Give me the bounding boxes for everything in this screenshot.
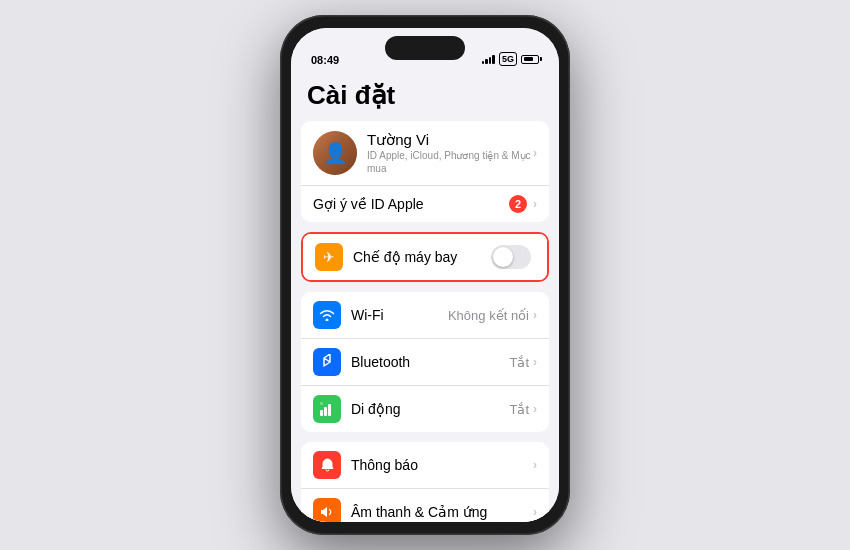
- svg-rect-2: [328, 404, 331, 416]
- svg-rect-1: [324, 407, 327, 416]
- network-badge: 5G: [499, 52, 517, 66]
- apple-id-suggestion-row[interactable]: Gợi ý về ID Apple 2 ›: [301, 185, 549, 222]
- page-title: Cài đặt: [291, 72, 559, 121]
- airplane-toggle[interactable]: [491, 245, 531, 269]
- signal-icon: [482, 54, 495, 64]
- apple-id-badge: 2: [509, 195, 527, 213]
- sounds-label: Âm thanh & Cảm ứng: [351, 504, 533, 520]
- wifi-chevron: ›: [533, 308, 537, 322]
- cellular-detail: Tắt: [509, 402, 529, 417]
- profile-info: Tường Vi ID Apple, iCloud, Phương tiện &…: [367, 131, 533, 175]
- apple-id-suggestion-label: Gợi ý về ID Apple: [313, 196, 509, 212]
- svg-rect-3: [320, 402, 323, 405]
- sound-icon: [313, 498, 341, 522]
- bluetooth-icon: [313, 348, 341, 376]
- airplane-label: Chế độ máy bay: [353, 249, 491, 265]
- phone-screen: 08:49 5G Cài đặt: [291, 28, 559, 522]
- bell-icon: [313, 451, 341, 479]
- cellular-row[interactable]: Di động Tắt ›: [301, 386, 549, 432]
- profile-row[interactable]: Tường Vi ID Apple, iCloud, Phương tiện &…: [301, 121, 549, 185]
- battery-icon: [521, 55, 539, 64]
- status-time: 08:49: [311, 54, 339, 66]
- screen-content: Cài đặt Tường Vi ID Apple, iCloud, Phươn…: [291, 72, 559, 522]
- wifi-row[interactable]: Wi-Fi Không kết nối ›: [301, 292, 549, 339]
- wifi-label: Wi-Fi: [351, 307, 448, 323]
- cellular-icon: [313, 395, 341, 423]
- airplane-group: ✈ Chế độ máy bay: [301, 232, 549, 282]
- cellular-chevron: ›: [533, 402, 537, 416]
- profile-subtitle: ID Apple, iCloud, Phương tiện & Mục mua: [367, 149, 533, 175]
- bluetooth-row[interactable]: Bluetooth Tắt ›: [301, 339, 549, 386]
- notifications-group: Thông báo › Âm thanh & Cảm ứng ›: [301, 442, 549, 522]
- airplane-icon: ✈: [315, 243, 343, 271]
- avatar: [313, 131, 357, 175]
- suggestion-chevron: ›: [533, 197, 537, 211]
- status-bar: 08:49 5G: [291, 28, 559, 72]
- profile-chevron: ›: [533, 146, 537, 160]
- status-indicators: 5G: [482, 52, 539, 66]
- phone-device: 08:49 5G Cài đặt: [280, 15, 570, 535]
- notifications-label: Thông báo: [351, 457, 533, 473]
- profile-name: Tường Vi: [367, 131, 533, 149]
- cellular-label: Di động: [351, 401, 509, 417]
- notifications-row[interactable]: Thông báo ›: [301, 442, 549, 489]
- profile-group: Tường Vi ID Apple, iCloud, Phương tiện &…: [301, 121, 549, 222]
- svg-rect-0: [320, 410, 323, 416]
- connectivity-group: Wi-Fi Không kết nối › Bluetooth Tắt ›: [301, 292, 549, 432]
- bluetooth-label: Bluetooth: [351, 354, 509, 370]
- sounds-row[interactable]: Âm thanh & Cảm ứng ›: [301, 489, 549, 522]
- bluetooth-detail: Tắt: [509, 355, 529, 370]
- wifi-icon: [313, 301, 341, 329]
- dynamic-island: [385, 36, 465, 60]
- airplane-mode-row[interactable]: ✈ Chế độ máy bay: [303, 234, 547, 280]
- wifi-detail: Không kết nối: [448, 308, 529, 323]
- notifications-chevron: ›: [533, 458, 537, 472]
- sounds-chevron: ›: [533, 505, 537, 519]
- bluetooth-chevron: ›: [533, 355, 537, 369]
